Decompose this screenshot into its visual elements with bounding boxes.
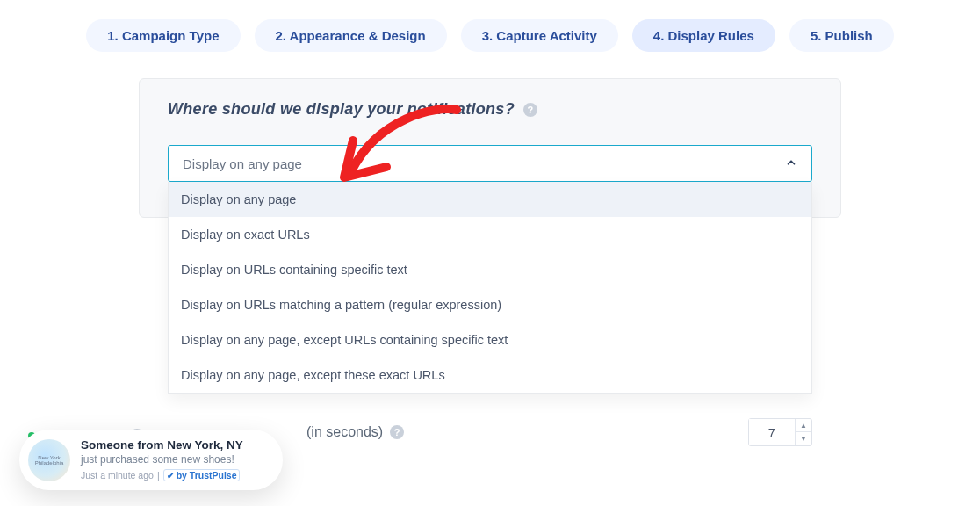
preview-toast: New YorkPhiladelphia Someone from New Yo… (19, 430, 283, 490)
section-heading: Where should we display your notificatio… (168, 100, 515, 119)
option-url-regex[interactable]: Display on URLs matching a pattern (regu… (169, 287, 811, 322)
option-except-contains[interactable]: Display on any page, except URLs contain… (169, 322, 811, 358)
delay-stepper[interactable]: ▲ ▼ (748, 418, 812, 446)
display-rule-combobox[interactable]: Display on any page (168, 145, 812, 182)
check-icon: ✔ (167, 471, 174, 481)
toast-title: Someone from New York, NY (81, 438, 243, 452)
option-url-contains[interactable]: Display on URLs containing specific text (169, 252, 811, 287)
step-publish[interactable]: 5. Publish (789, 19, 894, 52)
chevron-up-icon (785, 156, 797, 171)
step-display-rules[interactable]: 4. Display Rules (632, 19, 775, 52)
toast-time: Just a minute ago (81, 470, 154, 481)
help-icon[interactable]: ? (523, 103, 537, 117)
display-rule-dropdown: Display on any page Display on exact URL… (168, 182, 812, 394)
help-icon[interactable]: ? (390, 425, 404, 439)
display-rule-combobox-wrap: Display on any page Display on any page … (168, 145, 812, 182)
option-any-page[interactable]: Display on any page (169, 182, 811, 217)
step-tabs: 1. Campaign Type 2. Appearance & Design … (0, 0, 980, 78)
stepper-up-icon[interactable]: ▲ (796, 419, 811, 432)
step-capture-activity[interactable]: 3. Capture Activity (461, 19, 618, 52)
step-appearance-design[interactable]: 2. Appearance & Design (255, 19, 447, 52)
map-avatar-icon: New YorkPhiladelphia (28, 439, 70, 481)
delay-input[interactable] (749, 419, 795, 445)
delay-label-fragment: (in seconds) (306, 424, 383, 440)
toast-subtitle: just purchased some new shoes! (81, 453, 243, 466)
display-rules-card: Where should we display your notificatio… (139, 78, 841, 218)
delay-row: (in seconds) ? ▲ ▼ (306, 418, 812, 446)
option-exact-urls[interactable]: Display on exact URLs (169, 217, 811, 252)
option-except-exact[interactable]: Display on any page, except these exact … (169, 358, 811, 393)
step-campaign-type[interactable]: 1. Campaign Type (86, 19, 240, 52)
toast-brand: by TrustPulse (177, 470, 237, 481)
combobox-value: Display on any page (183, 156, 302, 171)
toast-brand-badge[interactable]: ✔ by TrustPulse (163, 469, 241, 481)
stepper-down-icon[interactable]: ▼ (796, 432, 811, 445)
